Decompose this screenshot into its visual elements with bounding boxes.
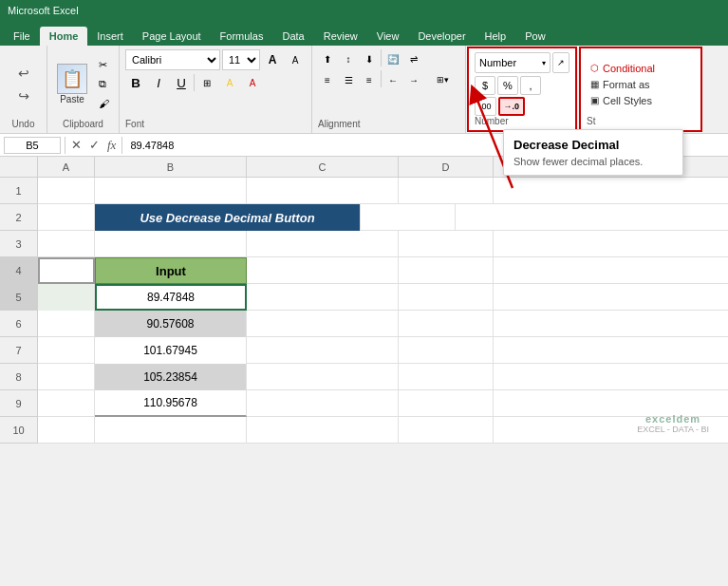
paste-button[interactable]: 📋 Paste xyxy=(53,62,91,106)
bold-button[interactable]: B xyxy=(125,72,146,93)
row-header-7[interactable]: 7 xyxy=(0,337,37,364)
decrease-decimal-button[interactable]: →.0 xyxy=(498,97,526,116)
cell-styles-item[interactable]: ▣ Cell Styles xyxy=(587,94,695,107)
cell-b5[interactable]: 89.47848 xyxy=(95,284,247,311)
number-expand-button[interactable]: ↗ xyxy=(552,52,569,73)
tab-data[interactable]: Data xyxy=(272,27,313,46)
row-header-9[interactable]: 9 xyxy=(0,390,37,417)
cell-b9[interactable]: 110.95678 xyxy=(95,390,247,417)
cell[interactable] xyxy=(399,390,494,417)
cell[interactable] xyxy=(247,417,399,444)
col-header-a[interactable]: A xyxy=(38,157,95,177)
col-header-c[interactable]: C xyxy=(247,157,399,177)
align-left-button[interactable]: ≡ xyxy=(318,70,337,89)
percent-button[interactable]: % xyxy=(497,76,518,95)
undo-button[interactable]: ↩ xyxy=(9,63,39,84)
cell[interactable] xyxy=(38,311,95,337)
increase-decimal-button[interactable]: .00 xyxy=(475,97,496,116)
cell[interactable] xyxy=(399,337,494,364)
format-painter-button[interactable]: 🖌 xyxy=(95,95,113,112)
row-header-5[interactable]: 5 xyxy=(0,284,37,311)
tab-view[interactable]: View xyxy=(367,27,409,46)
row-header-1[interactable]: 1 xyxy=(0,178,37,204)
tab-file[interactable]: File xyxy=(4,27,40,46)
font-size-select[interactable]: 11 xyxy=(222,49,260,70)
font-name-select[interactable]: Calibri xyxy=(125,49,220,70)
tab-page-layout[interactable]: Page Layout xyxy=(133,27,211,46)
row-header-4[interactable]: 4 xyxy=(0,257,37,284)
cell[interactable] xyxy=(247,257,399,284)
cell-b7[interactable]: 101.67945 xyxy=(95,337,247,364)
cell[interactable] xyxy=(399,284,494,311)
tab-developer[interactable]: Developer xyxy=(408,27,475,46)
font-color-button[interactable]: A xyxy=(242,72,263,93)
row-header-6[interactable]: 6 xyxy=(0,311,37,337)
cut-button[interactable]: ✂ xyxy=(95,57,113,74)
cancel-formula-icon[interactable]: ✕ xyxy=(69,138,84,153)
underline-button[interactable]: U xyxy=(171,72,192,93)
cell[interactable] xyxy=(247,231,399,257)
copy-button[interactable]: ⧉ xyxy=(95,76,113,93)
cell[interactable] xyxy=(38,284,95,311)
row-header-8[interactable]: 8 xyxy=(0,364,37,390)
align-middle-button[interactable]: ↕ xyxy=(339,49,358,68)
cell[interactable] xyxy=(38,364,95,390)
border-button[interactable]: ⊞ xyxy=(196,72,217,93)
cell[interactable] xyxy=(399,178,494,204)
align-right-button[interactable]: ≡ xyxy=(360,70,379,89)
increase-font-size-button[interactable]: A xyxy=(262,49,283,70)
cell[interactable] xyxy=(38,337,95,364)
wrap-text-button[interactable]: ⇌ xyxy=(404,49,423,68)
cell-b8[interactable]: 105.23854 xyxy=(95,364,247,390)
row-header-10[interactable]: 10 xyxy=(0,417,37,444)
cell[interactable] xyxy=(247,364,399,390)
cell[interactable] xyxy=(38,204,95,231)
cell[interactable] xyxy=(247,390,399,417)
cell[interactable] xyxy=(247,178,399,204)
tab-formulas[interactable]: Formulas xyxy=(211,27,273,46)
conditional-formatting-item[interactable]: ⬡ Conditional xyxy=(587,62,695,75)
row-header-3[interactable]: 3 xyxy=(0,231,37,257)
cell[interactable] xyxy=(247,337,399,364)
confirm-formula-icon[interactable]: ✓ xyxy=(87,138,102,153)
col-header-b[interactable]: B xyxy=(95,157,247,177)
decrease-font-size-button[interactable]: A xyxy=(285,49,306,70)
comma-button[interactable]: , xyxy=(520,76,541,95)
cell[interactable] xyxy=(38,231,95,257)
cell[interactable] xyxy=(95,231,247,257)
cell[interactable] xyxy=(247,284,399,311)
increase-indent-button[interactable]: → xyxy=(404,70,423,89)
cell[interactable] xyxy=(38,390,95,417)
fill-color-button[interactable]: A xyxy=(219,72,240,93)
format-as-table-item[interactable]: ▦ Format as xyxy=(587,78,695,91)
align-top-button[interactable]: ⬆ xyxy=(318,49,337,68)
cell[interactable] xyxy=(399,364,494,390)
accounting-button[interactable]: $ xyxy=(475,76,495,95)
input-header-cell[interactable]: Input xyxy=(95,257,247,284)
function-insert-icon[interactable]: fx xyxy=(105,138,118,153)
cell[interactable] xyxy=(399,231,494,257)
italic-button[interactable]: I xyxy=(148,72,169,93)
redo-button[interactable]: ↩ xyxy=(9,85,39,106)
cell[interactable] xyxy=(95,417,247,444)
tab-pow[interactable]: Pow xyxy=(515,27,554,46)
text-angle-button[interactable]: 🔄 xyxy=(383,49,402,68)
cell[interactable] xyxy=(95,178,247,204)
cell-b6[interactable]: 90.57608 xyxy=(95,311,247,337)
cell-reference-input[interactable]: B5 xyxy=(4,137,61,154)
col-header-d[interactable]: D xyxy=(399,157,494,177)
number-format-dropdown[interactable]: Number ▾ xyxy=(475,52,551,73)
row-header-2[interactable]: 2 xyxy=(0,204,37,231)
align-center-button[interactable]: ☰ xyxy=(339,70,358,89)
cell[interactable] xyxy=(38,257,95,284)
tab-help[interactable]: Help xyxy=(476,27,516,46)
tab-review[interactable]: Review xyxy=(314,27,367,46)
title-cell[interactable]: Use Decrease Decimal Button xyxy=(95,204,361,231)
merge-cells-button[interactable]: ⊞▾ xyxy=(425,70,459,89)
tab-insert[interactable]: Insert xyxy=(87,27,133,46)
align-bottom-button[interactable]: ⬇ xyxy=(360,49,379,68)
cell[interactable] xyxy=(399,257,494,284)
cell[interactable] xyxy=(38,178,95,204)
tab-home[interactable]: Home xyxy=(40,27,88,46)
cell[interactable] xyxy=(399,417,494,444)
